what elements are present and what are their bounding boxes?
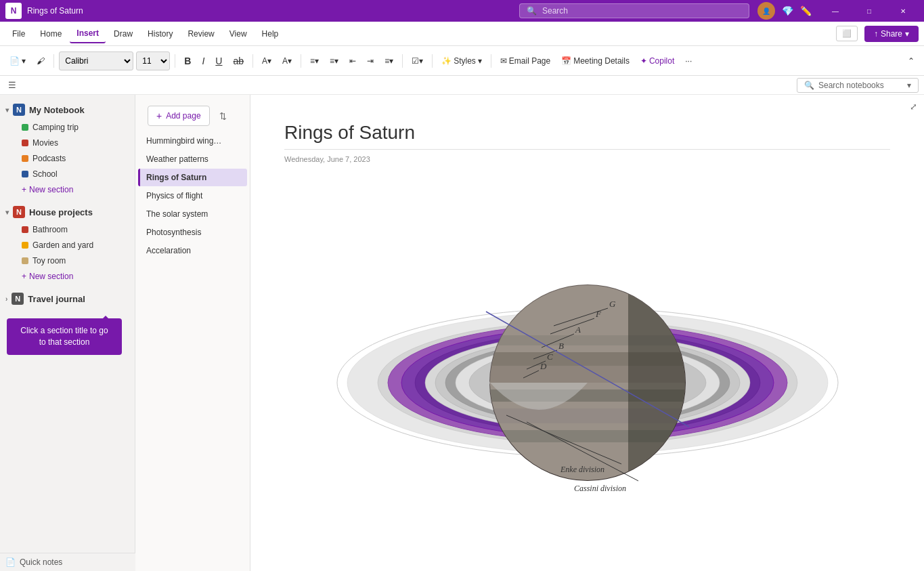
search-notebooks-icon: 🔍 — [804, 81, 814, 90]
font-color-button[interactable]: A▾ — [278, 51, 296, 71]
svg-text:Enke division: Enke division — [560, 465, 604, 474]
gem-icon[interactable]: 💎 — [782, 5, 793, 16]
strikethrough-button[interactable]: ab — [229, 51, 248, 71]
expand-button[interactable]: ⤢ — [910, 102, 917, 112]
search-notebooks-chevron: ▾ — [907, 81, 911, 90]
meeting-details-button[interactable]: 📅 Meeting Details — [557, 51, 634, 71]
align-button[interactable]: ≡▾ — [380, 51, 397, 71]
page-hummingbird[interactable]: Hummingbird wing… — [138, 132, 247, 150]
bullets-button[interactable]: ≡▾ — [306, 51, 323, 71]
minimize-button[interactable]: — — [820, 0, 851, 22]
menu-home[interactable]: Home — [33, 25, 68, 43]
page-solar-system[interactable]: The solar system — [138, 205, 247, 223]
menu-view[interactable]: View — [223, 25, 254, 43]
svg-text:Cassini division: Cassini division — [574, 484, 626, 493]
page-photosynthesis[interactable]: Photosynthesis — [138, 224, 247, 241]
checkbox-button[interactable]: ☑▾ — [408, 51, 427, 71]
saturn-svg: G F A B C D Enke di — [324, 179, 852, 505]
section-podcasts[interactable]: Podcasts — [3, 151, 132, 166]
new-section-my-notebook[interactable]: + New section — [3, 182, 132, 197]
hamburger-menu[interactable]: ☰ — [5, 77, 19, 93]
page-weather-patterns[interactable]: Weather patterns — [138, 150, 247, 168]
section-movies[interactable]: Movies — [3, 135, 132, 150]
main-area: ▾ N My Notebook Camping trip Movies Podc… — [0, 95, 924, 571]
search-notebooks[interactable]: 🔍 Search notebooks ▾ — [797, 78, 919, 93]
menu-bar: File Home Insert Draw History Review Vie… — [0, 22, 924, 46]
section-school[interactable]: School — [3, 167, 132, 182]
chevron-down-icon: ▾ — [5, 106, 9, 114]
svg-text:F: F — [595, 309, 602, 319]
movies-dot — [22, 140, 28, 146]
section-toy-room[interactable]: Toy room — [3, 253, 132, 268]
title-bar: N Rings of Saturn 🔍 Search 👤 💎 ✏️ — □ ✕ — [0, 0, 924, 22]
indent-button[interactable]: ⇥ — [363, 51, 378, 71]
page-date: Wednesday, June 7, 2023 — [284, 155, 890, 163]
highlight-button[interactable]: A▾ — [258, 51, 276, 71]
page-title: Rings of Saturn — [284, 122, 890, 150]
toy-room-dot — [22, 257, 28, 264]
quick-notes-footer[interactable]: 📄 Quick notes — [0, 553, 135, 571]
notebook-travel-journal-header[interactable]: › N Travel journal — [0, 289, 135, 308]
sort-pages-button[interactable]: ⇅ — [217, 108, 229, 124]
saturn-diagram: G F A B C D Enke di — [284, 179, 890, 505]
section-garden-and-yard[interactable]: Garden and yard — [3, 238, 132, 253]
window-controls: — □ ✕ — [820, 0, 919, 22]
copilot-button[interactable]: ✦ Copilot — [636, 51, 678, 71]
menu-file[interactable]: File — [5, 25, 32, 43]
sidebar: ▾ N My Notebook Camping trip Movies Podc… — [0, 95, 135, 553]
more-button[interactable]: ··· — [681, 51, 696, 71]
numbering-button[interactable]: ≡▾ — [326, 51, 343, 71]
styles-button[interactable]: ✨ Styles ▾ — [437, 51, 486, 71]
quick-notes-icon: 📄 — [5, 557, 16, 567]
add-page-icon: + — [156, 110, 162, 121]
outdent-button[interactable]: ⇤ — [345, 51, 360, 71]
garden-dot — [22, 242, 28, 249]
format-painter-button[interactable]: 🖌 — [32, 51, 49, 71]
my-notebook-label: My Notebook — [29, 105, 85, 115]
font-size-select[interactable]: 11 — [136, 51, 170, 70]
bold-button[interactable]: B — [180, 51, 195, 71]
section-bathroom[interactable]: Bathroom — [3, 222, 132, 237]
page-accelaration[interactable]: Accelaration — [138, 242, 247, 259]
house-projects-icon: N — [13, 206, 25, 218]
quick-notes-label: Quick notes — [20, 557, 62, 567]
page-rings-of-saturn[interactable]: Rings of Saturn — [138, 169, 247, 186]
menu-history[interactable]: History — [141, 25, 179, 43]
svg-text:D: D — [540, 361, 547, 371]
toolbar-separator-5 — [402, 54, 403, 68]
maximize-button[interactable]: □ — [854, 0, 885, 22]
underline-button[interactable]: U — [211, 51, 226, 71]
travel-journal-label: Travel journal — [28, 294, 85, 304]
menu-help[interactable]: Help — [255, 25, 286, 43]
add-page-button[interactable]: + Add page — [148, 106, 210, 126]
global-search[interactable]: 🔍 Search — [519, 3, 749, 18]
menu-review[interactable]: Review — [181, 25, 221, 43]
email-page-button[interactable]: ✉ Email Page — [496, 51, 554, 71]
menu-draw[interactable]: Draw — [107, 25, 139, 43]
profile-avatar[interactable]: 👤 — [757, 2, 775, 20]
close-button[interactable]: ✕ — [887, 0, 919, 22]
immersive-reader-button[interactable]: ⬜ — [836, 26, 858, 41]
podcasts-dot — [22, 155, 28, 162]
new-page-button[interactable]: 📄 ▾ — [5, 51, 30, 71]
section-camping-trip[interactable]: Camping trip — [3, 120, 132, 135]
my-notebook-icon: N — [13, 104, 25, 116]
toolbar-separator-1 — [53, 54, 54, 68]
share-button[interactable]: ↑ Share ▾ — [864, 26, 919, 42]
toolbar-separator-7 — [491, 54, 491, 68]
bathroom-dot — [22, 226, 28, 233]
sidebar-wrapper: ▾ N My Notebook Camping trip Movies Podc… — [0, 95, 135, 571]
notebook-my-notebook-header[interactable]: ▾ N My Notebook — [0, 100, 135, 119]
collapse-bar: ☰ 🔍 Search notebooks ▾ — [0, 76, 924, 95]
share-icon: ↑ — [874, 29, 878, 39]
italic-button[interactable]: I — [198, 51, 208, 71]
collapse-ribbon-button[interactable]: ⌃ — [904, 51, 919, 71]
new-section-house-projects[interactable]: + New section — [3, 269, 132, 284]
window-title: Rings of Saturn — [27, 6, 519, 16]
pen-icon[interactable]: ✏️ — [800, 5, 812, 16]
menu-insert[interactable]: Insert — [70, 24, 106, 43]
font-family-select[interactable]: Calibri — [59, 51, 133, 70]
app-icon: N — [5, 3, 22, 19]
notebook-house-projects-header[interactable]: ▾ N House projects — [0, 203, 135, 221]
page-physics-of-flight[interactable]: Physics of flight — [138, 187, 247, 205]
